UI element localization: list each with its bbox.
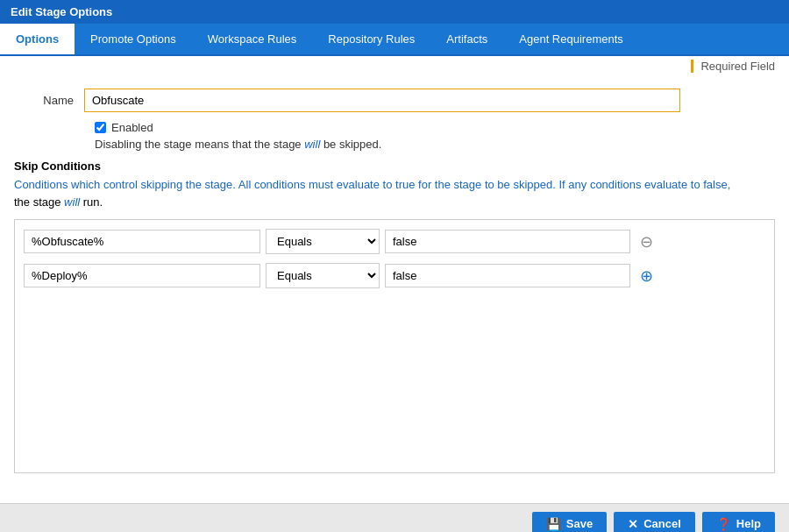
help-button[interactable]: ❓ Help [702, 512, 775, 533]
tab-promote-options[interactable]: Promote Options [75, 24, 192, 54]
remove-condition-1-button[interactable]: ⊖ [636, 231, 657, 252]
save-button[interactable]: 💾 Save [532, 512, 607, 533]
required-field-label: Required Field [691, 60, 775, 73]
enabled-label: Enabled [111, 121, 153, 134]
save-icon: 💾 [546, 517, 561, 531]
condition-value-1[interactable] [385, 230, 630, 253]
enabled-checkbox[interactable] [95, 122, 106, 133]
tab-repository-rules[interactable]: Repository Rules [312, 24, 430, 54]
condition-variable-1[interactable] [24, 230, 260, 253]
content-area: Name Enabled Disabling the stage means t… [0, 76, 789, 503]
skip-conditions-section: Skip Conditions Conditions which control… [14, 160, 775, 473]
enabled-row: Enabled [95, 121, 775, 134]
conditions-box: Equals Not Equals Contains Does Not Cont… [14, 219, 775, 473]
title-bar: Edit Stage Options [0, 0, 789, 24]
condition-row-2: Equals Not Equals Contains Does Not Cont… [24, 263, 765, 288]
name-label: Name [14, 94, 84, 107]
condition-row-1: Equals Not Equals Contains Does Not Cont… [24, 229, 765, 254]
add-condition-button[interactable]: ⊕ [636, 266, 657, 287]
footer: 💾 Save ✕ Cancel ❓ Help [0, 503, 789, 532]
hint-text: Disabling the stage means that the stage… [95, 138, 775, 151]
title-bar-label: Edit Stage Options [11, 5, 112, 18]
condition-value-2[interactable] [385, 264, 630, 287]
name-row: Name [14, 89, 775, 112]
condition-operator-1[interactable]: Equals Not Equals Contains Does Not Cont… [266, 229, 380, 254]
condition-variable-2[interactable] [24, 264, 260, 287]
tab-workspace-rules[interactable]: Workspace Rules [192, 24, 313, 54]
required-field-row: Required Field [0, 56, 789, 76]
skip-conditions-title: Skip Conditions [14, 160, 775, 173]
tab-options[interactable]: Options [0, 24, 75, 54]
tab-artifacts[interactable]: Artifacts [430, 24, 503, 54]
cancel-button[interactable]: ✕ Cancel [614, 512, 695, 533]
help-icon: ❓ [716, 517, 731, 531]
name-input[interactable] [84, 89, 680, 112]
tab-bar: Options Promote Options Workspace Rules … [0, 24, 789, 56]
tab-agent-requirements[interactable]: Agent Requirements [503, 24, 639, 54]
cancel-icon: ✕ [628, 517, 638, 531]
skip-conditions-desc: Conditions which control skipping the st… [14, 176, 775, 210]
condition-operator-2[interactable]: Equals Not Equals Contains Does Not Cont… [266, 263, 380, 288]
